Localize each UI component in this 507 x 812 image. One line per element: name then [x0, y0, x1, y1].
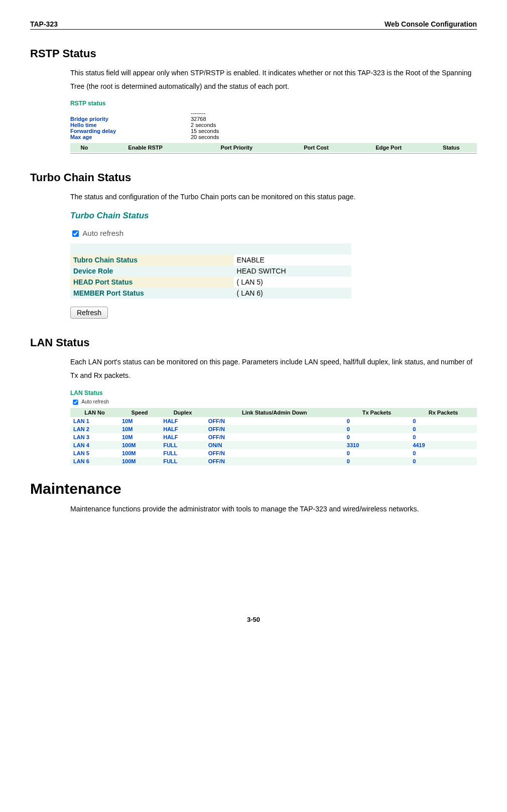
auto-refresh-label: Auto refresh	[82, 229, 123, 237]
rstp-col: Status	[426, 143, 477, 152]
cell: OFF/N	[205, 417, 344, 425]
rstp-param-label: Bridge priority	[70, 116, 191, 122]
tcs-val: ( LAN 5)	[234, 277, 351, 288]
cell: FULL	[160, 457, 205, 465]
cell: 0	[344, 425, 410, 433]
lan-col: LAN No	[70, 408, 119, 417]
rstp-param-label: Max age	[70, 134, 191, 140]
rstp-col: No	[70, 143, 98, 152]
rstp-col: Port Priority	[192, 143, 281, 152]
rstp-intro: This status field will appear only when …	[70, 66, 477, 93]
refresh-button[interactable]: Refresh	[70, 307, 108, 319]
cell: HALF	[160, 425, 205, 433]
cell: FULL	[160, 449, 205, 457]
cell: 0	[344, 417, 410, 425]
page-header: TAP-323 Web Console Configuration	[30, 20, 477, 30]
cell: 0	[410, 425, 477, 433]
lan-col: Tx Packets	[344, 408, 410, 417]
rstp-param-label: Hello time	[70, 122, 191, 128]
cell: 10M	[119, 425, 160, 433]
lan-heading: LAN Status	[30, 336, 477, 349]
table-row: LAN 310MHALFOFF/N00	[70, 433, 477, 441]
cell: OFF/N	[205, 433, 344, 441]
tcs-table: Tubro Chain StatusENABLE Device RoleHEAD…	[70, 243, 351, 299]
rstp-param-val: 15 seconds	[191, 128, 219, 134]
lan-intro: Each LAN port's status can be monitored …	[70, 355, 477, 382]
rstp-screenshot: RSTP status -------- Bridge priority3276…	[70, 100, 477, 154]
tcs-key: MEMBER Port Status	[70, 288, 234, 299]
lan-col: Speed	[119, 408, 160, 417]
cell: OFF/N	[205, 449, 344, 457]
tcs-val: ( LAN 6)	[234, 288, 351, 299]
cell: OFF/N	[205, 425, 344, 433]
header-right: Web Console Configuration	[385, 20, 477, 28]
tcs-heading: Turbo Chain Status	[30, 171, 477, 184]
cell: 100M	[119, 449, 160, 457]
rstp-param-val: 20 seconds	[191, 134, 219, 140]
cell: OFF/N	[205, 457, 344, 465]
cell: 3310	[344, 441, 410, 449]
cell: LAN 4	[70, 441, 119, 449]
rstp-dash: --------	[191, 110, 205, 116]
rstp-col: Edge Port	[351, 143, 425, 152]
cell: 10M	[119, 433, 160, 441]
table-row: LAN 5100MFULLOFF/N00	[70, 449, 477, 457]
header-left: TAP-323	[30, 20, 58, 28]
cell: LAN 3	[70, 433, 119, 441]
table-row: LAN 210MHALFOFF/N00	[70, 425, 477, 433]
lan-col: Rx Packets	[410, 408, 477, 417]
cell: 0	[344, 449, 410, 457]
cell: 0	[410, 457, 477, 465]
rstp-param-val: 2 seconds	[191, 122, 216, 128]
maintenance-heading: Maintenance	[30, 480, 477, 497]
cell: FULL	[160, 441, 205, 449]
rstp-col: Port Cost	[281, 143, 351, 152]
cell: 0	[344, 457, 410, 465]
cell: 4419	[410, 441, 477, 449]
rstp-heading: RSTP Status	[30, 47, 477, 60]
tcs-screenshot: Turbo Chain Status Auto refresh Tubro Ch…	[70, 211, 477, 319]
cell: LAN 5	[70, 449, 119, 457]
tcs-val: ENABLE	[234, 254, 351, 265]
lan-shot-title: LAN Status	[70, 389, 477, 396]
tcs-val: HEAD SWITCH	[234, 265, 351, 277]
tcs-key: Device Role	[70, 265, 234, 277]
lan-table: LAN No Speed Duplex Link Status/Admin Do…	[70, 408, 477, 465]
cell: LAN 6	[70, 457, 119, 465]
cell: 0	[410, 417, 477, 425]
cell: ON/N	[205, 441, 344, 449]
cell: HALF	[160, 417, 205, 425]
table-row: LAN 4100MFULLON/N33104419	[70, 441, 477, 449]
cell: 0	[410, 449, 477, 457]
maintenance-intro: Maintenance functions provide the admini…	[70, 502, 477, 516]
tcs-intro: The status and configuration of the Turb…	[70, 190, 477, 204]
lan-screenshot: LAN Status Auto refresh LAN No Speed Dup…	[70, 389, 477, 465]
divider	[70, 153, 477, 154]
lan-col: Duplex	[160, 408, 205, 417]
cell: 0	[410, 433, 477, 441]
tcs-key: Tubro Chain Status	[70, 254, 234, 265]
auto-refresh-checkbox[interactable]	[72, 230, 79, 237]
rstp-param-label: Forwarding delay	[70, 128, 191, 134]
cell: LAN 2	[70, 425, 119, 433]
cell: 100M	[119, 457, 160, 465]
rstp-param-val: 32768	[191, 116, 206, 122]
rstp-shot-title: RSTP status	[70, 100, 477, 107]
lan-col: Link Status/Admin Down	[205, 408, 344, 417]
table-row: LAN 110MHALFOFF/N00	[70, 417, 477, 425]
lan-auto-refresh-checkbox[interactable]	[73, 399, 78, 404]
cell: 10M	[119, 417, 160, 425]
rstp-col: Enable RSTP	[98, 143, 193, 152]
rstp-table: No Enable RSTP Port Priority Port Cost E…	[70, 143, 477, 152]
cell: HALF	[160, 433, 205, 441]
cell: 0	[344, 433, 410, 441]
tcs-key: HEAD Port Status	[70, 277, 234, 288]
tcs-shot-title: Turbo Chain Status	[70, 211, 477, 221]
page-number: 3-50	[30, 616, 477, 623]
cell: 100M	[119, 441, 160, 449]
lan-auto-refresh-label: Auto refresh	[81, 399, 108, 404]
table-row: LAN 6100MFULLOFF/N00	[70, 457, 477, 465]
cell: LAN 1	[70, 417, 119, 425]
